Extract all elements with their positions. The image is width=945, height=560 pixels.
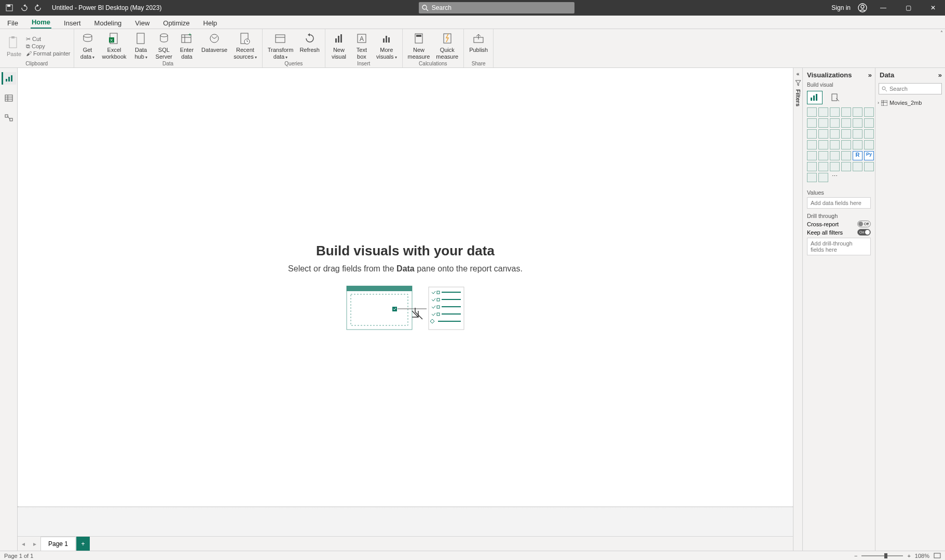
viz-decomposition[interactable] [818,162,828,171]
viz-100-bar[interactable] [853,107,862,117]
paste-button[interactable]: Paste [3,30,24,61]
drillthrough-dropzone[interactable]: Add drill-through fields here [807,238,871,255]
viz-100-column[interactable] [864,107,874,117]
viz-donut[interactable] [853,129,862,139]
svg-rect-1 [7,5,10,7]
viz-map[interactable] [807,140,817,149]
close-button[interactable]: ✕ [924,0,942,16]
viz-clustered-bar[interactable] [830,107,840,117]
viz-key-influencers[interactable] [807,162,817,171]
data-view-button[interactable] [2,92,16,104]
viz-line-clustered[interactable] [853,118,862,128]
tab-view[interactable]: View [134,17,150,29]
page-prev-button[interactable]: ◂ [18,537,29,551]
text-box-button[interactable]: ATextbox [351,30,372,61]
viz-narrative[interactable] [841,162,851,171]
viz-line-stacked[interactable] [841,118,851,128]
viz-waterfall[interactable] [807,129,817,139]
tab-home[interactable]: Home [31,16,51,29]
new-measure-button[interactable]: Newmeasure [406,30,432,61]
viz-paginated[interactable] [864,162,874,171]
tab-optimize[interactable]: Optimize [162,17,190,29]
viz-ribbon[interactable] [864,118,874,128]
viz-powerapps[interactable] [818,173,828,182]
viz-line[interactable] [807,118,817,128]
cross-report-toggle[interactable]: Off [857,221,871,227]
format-visual-tab[interactable] [828,91,843,104]
viz-stacked-column[interactable] [818,107,828,117]
viz-scatter[interactable] [830,129,840,139]
viz-pie[interactable] [841,129,851,139]
viz-stacked-area[interactable] [830,118,840,128]
viz-area[interactable] [818,118,828,128]
global-search[interactable]: Search [419,2,574,13]
transform-data-button[interactable]: Transformdata [266,30,296,61]
more-visuals-button[interactable]: Morevisuals [374,30,399,61]
page-tab-1[interactable]: Page 1 [40,537,76,551]
viz-funnel[interactable] [818,129,828,139]
viz-py[interactable]: Py [864,151,874,160]
filters-pane-collapsed[interactable]: « Filters [793,68,802,551]
collapse-viz-icon[interactable]: » [868,71,872,79]
signin-link[interactable]: Sign in [831,4,851,11]
undo-icon[interactable] [20,4,28,12]
zoom-out-button[interactable]: − [854,553,857,559]
data-search[interactable]: Search [879,83,942,94]
copy-button[interactable]: ⧉Copy [26,43,71,50]
viz-slicer[interactable] [818,151,828,160]
viz-r[interactable]: R [853,151,862,160]
publish-button[interactable]: Publish [467,30,490,61]
viz-azure-map[interactable] [830,140,840,149]
sql-server-button[interactable]: SQLServer [154,30,174,61]
table-node[interactable]: › Movies_2mb [878,99,943,107]
data-hub-button[interactable]: Datahub [131,30,152,61]
values-dropzone[interactable]: Add data fields here [807,197,871,209]
model-view-button[interactable] [2,112,16,124]
tab-help[interactable]: Help [202,17,218,29]
viz-clustered-column[interactable] [841,107,851,117]
dataverse-button[interactable]: Dataverse [199,30,229,61]
tab-file[interactable]: File [6,17,19,29]
profile-icon[interactable] [858,3,867,12]
tab-insert[interactable]: Insert [63,17,82,29]
viz-arcgis[interactable] [807,173,817,182]
collapse-data-icon[interactable]: » [938,71,942,79]
viz-filled-map[interactable] [818,140,828,149]
build-visual-tab[interactable] [807,91,823,104]
new-visual-button[interactable]: Newvisual [328,30,349,61]
page-next-button[interactable]: ▸ [29,537,40,551]
get-data-button[interactable]: Getdata [77,30,98,61]
maximize-button[interactable]: ▢ [899,0,917,16]
format-painter-button[interactable]: 🖌Format painter [26,50,71,57]
report-view-button[interactable] [2,72,16,85]
viz-stacked-bar[interactable] [807,107,817,117]
recent-sources-button[interactable]: Recentsources [231,30,259,61]
viz-table[interactable] [830,151,840,160]
viz-matrix[interactable] [841,151,851,160]
minimize-button[interactable]: — [874,0,892,16]
viz-goals[interactable] [853,162,862,171]
viz-card[interactable] [853,140,862,149]
zoom-in-button[interactable]: + [907,553,910,559]
expand-filters-icon[interactable]: « [797,71,800,77]
cut-button[interactable]: ✂Cut [26,36,71,43]
add-page-button[interactable]: + [76,537,90,551]
viz-gauge[interactable] [841,140,851,149]
viz-kpi[interactable] [807,151,817,160]
redo-icon[interactable] [34,4,43,12]
refresh-button[interactable]: Refresh [297,30,322,61]
excel-workbook-button[interactable]: XExcelworkbook [100,30,129,61]
viz-more[interactable]: ⋯ [830,173,840,182]
quick-measure-button[interactable]: Quickmeasure [434,30,460,61]
viz-treemap[interactable] [864,129,874,139]
enter-data-button[interactable]: +Enterdata [176,30,197,61]
viz-multi-card[interactable] [864,140,874,149]
report-canvas[interactable]: Build visuals with your data Select or d… [18,68,793,507]
viz-qa[interactable] [830,162,840,171]
save-icon[interactable] [5,4,13,12]
tab-modeling[interactable]: Modeling [93,17,123,29]
fit-page-button[interactable] [934,553,941,558]
collapse-ribbon-icon[interactable]: ˄ [940,30,943,36]
zoom-slider[interactable] [861,555,903,556]
keep-filters-toggle[interactable]: On [857,229,871,236]
